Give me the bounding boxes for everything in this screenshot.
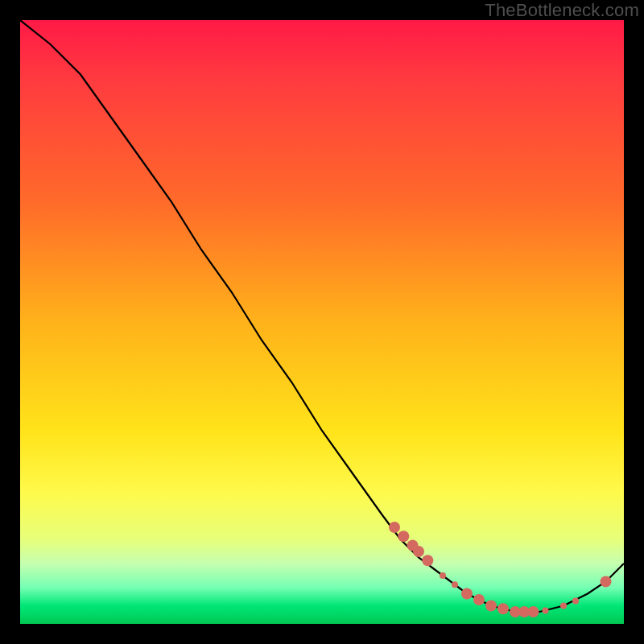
marker-dot xyxy=(452,581,458,588)
marker-dot xyxy=(422,555,433,566)
marker-dot xyxy=(389,522,400,533)
bottleneck-curve xyxy=(20,20,624,612)
marker-dot xyxy=(473,594,485,605)
marker-dot xyxy=(398,530,409,542)
marker-dot xyxy=(461,588,473,600)
marker-dot xyxy=(485,601,497,612)
marker-dot xyxy=(543,608,549,614)
marker-dot xyxy=(528,606,539,617)
marker-dot xyxy=(560,603,567,609)
plot-area xyxy=(20,20,624,624)
marker-dot xyxy=(440,572,446,579)
watermark-text: TheBottleneck.com xyxy=(485,0,639,21)
marker-dot xyxy=(572,598,579,605)
marker-dot xyxy=(497,603,509,614)
marker-dot xyxy=(601,576,612,588)
chart-frame: TheBottleneck.com xyxy=(0,0,644,644)
marker-dot xyxy=(413,546,424,557)
highlighted-markers xyxy=(389,522,612,617)
chart-svg xyxy=(20,20,624,624)
curve-line xyxy=(20,20,624,612)
